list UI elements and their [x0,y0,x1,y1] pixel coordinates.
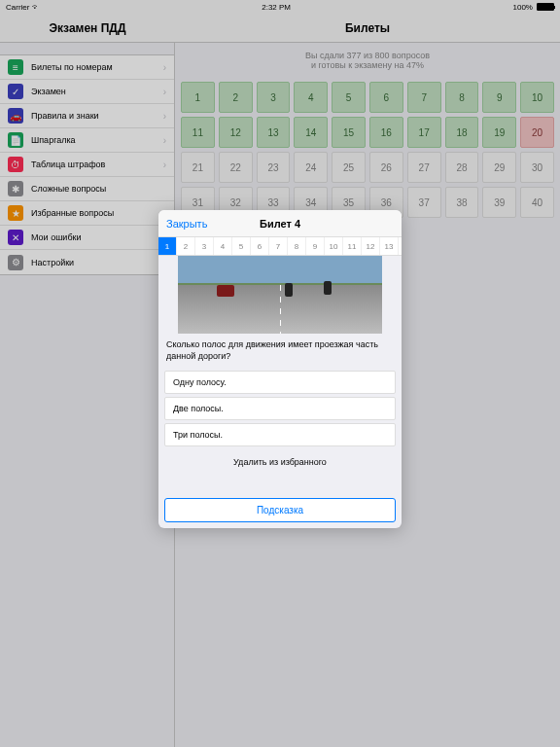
question-num-6[interactable]: 6 [251,237,269,255]
question-num-12[interactable]: 12 [362,237,380,255]
question-num-9[interactable]: 9 [306,237,325,255]
question-num-11[interactable]: 11 [343,237,362,255]
question-num-13[interactable]: 13 [380,237,399,255]
question-text: Сколько полос для движения имеет проезжа… [158,339,402,368]
question-num-2[interactable]: 2 [177,237,195,255]
question-num-3[interactable]: 3 [195,237,214,255]
question-num-8[interactable]: 8 [288,237,306,255]
question-num-10[interactable]: 10 [325,237,343,255]
modal-overlay[interactable]: Закрыть Билет 4 12345678910111213 Скольк… [0,0,560,747]
modal: Закрыть Билет 4 12345678910111213 Скольк… [158,210,402,528]
answer-2[interactable]: Три полосы. [164,423,396,446]
hint-button[interactable]: Подсказка [164,498,396,522]
question-num-5[interactable]: 5 [232,237,251,255]
remove-favorite-button[interactable]: Удалить из избранного [158,449,402,480]
question-num-1[interactable]: 1 [158,237,177,255]
question-num-4[interactable]: 4 [214,237,232,255]
question-num-7[interactable]: 7 [269,237,288,255]
answer-0[interactable]: Одну полосу. [164,371,396,394]
question-number-strip: 12345678910111213 [158,237,402,256]
close-button[interactable]: Закрыть [158,218,207,230]
answer-1[interactable]: Две полосы. [164,397,396,420]
question-image [178,256,382,334]
